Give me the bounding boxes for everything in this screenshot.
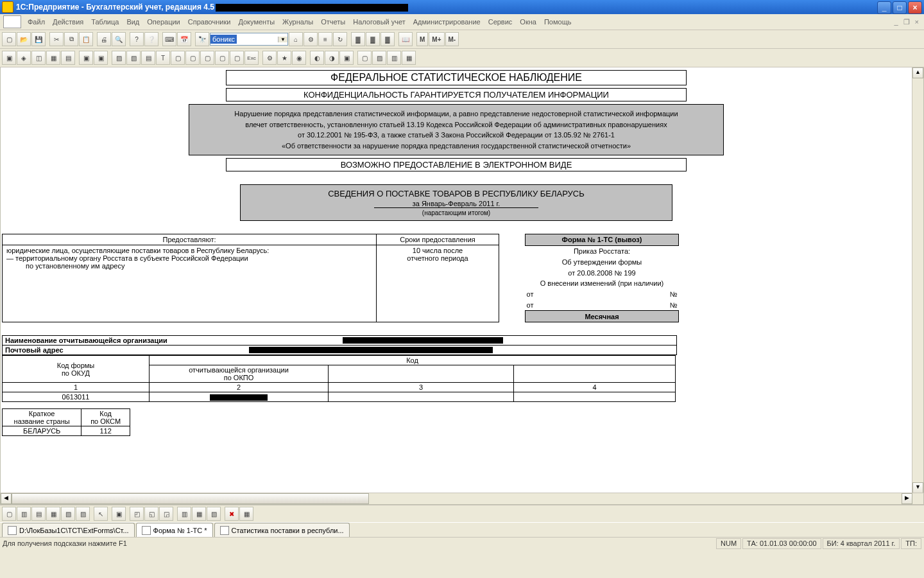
list-icon[interactable]: ≡ [318,32,332,46]
tab-extforms[interactable]: D:\ЛокБазы1С\ТСТ\ExtForms\Ст... [2,523,135,537]
tb2-icon-9[interactable]: ▧ [126,51,141,65]
tb2-icon-11[interactable]: T [156,51,170,65]
scroll-left-icon[interactable]: ◀ [1,493,12,504]
fmt-icon-2[interactable]: ▥ [17,507,31,521]
save-icon[interactable]: 💾 [31,32,46,46]
tab-stat[interactable]: Статистика поставки в республи... [214,523,350,537]
preview-icon[interactable]: 🔍 [112,32,126,46]
help-icon[interactable]: ? [130,32,144,46]
menu-admin[interactable]: Администрирование [409,17,484,27]
tb2-icon-4[interactable]: ▦ [46,51,60,65]
tb2-icon-6[interactable]: ▣ [79,51,93,65]
tb2-icon-15[interactable]: ▢ [215,51,229,65]
tb2-icon-10[interactable]: ▤ [141,51,155,65]
menu-actions[interactable]: Действия [49,17,87,27]
tree-icon[interactable]: ⚙ [304,32,318,46]
tb2-icon-19[interactable]: ◉ [292,51,306,65]
tb2-icon-21[interactable]: ◑ [325,51,339,65]
tb2-icon-22[interactable]: ▣ [339,51,354,65]
tb2-icon-16[interactable]: ▢ [230,51,244,65]
tb2-icon-17[interactable]: ⚙ [262,51,277,65]
menu-windows[interactable]: Окна [516,17,540,27]
chart2-icon[interactable]: ▓ [366,32,380,46]
mdi-restore[interactable]: ❐ [902,18,912,26]
fmt-icon-1[interactable]: ▢ [2,507,16,521]
tb2-icon-3[interactable]: ◫ [31,51,46,65]
memory-m-button[interactable]: М [416,32,428,46]
fmt-icon-3[interactable]: ▤ [31,507,46,521]
memory-mplus-button[interactable]: М+ [429,32,444,46]
fmt-icon-10[interactable]: ◲ [159,507,173,521]
scroll-thumb[interactable] [12,493,369,504]
tb2-icon-13[interactable]: ▢ [185,51,200,65]
tb2-icon-14[interactable]: ▢ [200,51,214,65]
home-icon[interactable]: ⌂ [289,32,303,46]
fmt-icon-15[interactable]: ▦ [239,507,253,521]
tb2-icon-5[interactable]: ▤ [61,51,75,65]
menu-service[interactable]: Сервис [484,17,517,27]
tb2-icon-2[interactable]: ◈ [17,51,31,65]
fmt-icon-6[interactable]: ▨ [76,507,90,521]
book-icon[interactable]: 📖 [398,32,413,46]
chart-icon[interactable]: ▓ [351,32,365,46]
tab-form1ts[interactable]: Форма № 1-ТС * [136,523,213,537]
menu-help[interactable]: Помощь [540,17,576,27]
scroll-down-icon[interactable]: ▼ [912,482,923,493]
maximize-button[interactable]: □ [893,1,907,14]
open-icon[interactable]: 📂 [17,32,31,46]
calc-icon[interactable]: ⌨ [162,32,176,46]
tb2-icon-18[interactable]: ★ [277,51,291,65]
scroll-up-icon[interactable]: ▲ [912,67,923,78]
horizontal-scrollbar[interactable]: ◀ ▶ [1,493,923,504]
minimize-button[interactable]: _ [877,1,891,14]
new-icon[interactable]: ▢ [2,32,16,46]
fmt-icon-12[interactable]: ▦ [192,507,206,521]
fmt-icon-9[interactable]: ◱ [144,507,158,521]
fmt-icon-7[interactable]: ▣ [112,507,126,521]
tb2-icon-7[interactable]: ▣ [94,51,108,65]
chart3-icon[interactable]: ▓ [381,32,395,46]
fmt-icon-11[interactable]: ▥ [177,507,191,521]
calendar-icon[interactable]: 📅 [177,32,191,46]
vertical-scrollbar[interactable]: ▲ ▼ [912,67,923,493]
menu-journals[interactable]: Журналы [278,17,317,27]
search-dropdown-icon[interactable]: ▼ [278,37,287,42]
print-icon[interactable]: 🖨 [97,32,111,46]
tb2-icon-8[interactable]: ▨ [112,51,126,65]
menu-view[interactable]: Вид [123,17,143,27]
fmt-icon-5[interactable]: ▧ [61,507,75,521]
search-input[interactable]: боникс ▼ [210,33,288,46]
close-button[interactable]: × [908,1,922,14]
tb2-icon-1[interactable]: ▣ [2,51,16,65]
menu-operations[interactable]: Операции [143,17,184,27]
menu-table[interactable]: Таблица [87,17,123,27]
fmt-icon-4[interactable]: ▦ [46,507,60,521]
mdi-close[interactable]: × [913,18,921,26]
tb2-icon-20[interactable]: ◐ [310,51,324,65]
menu-tax[interactable]: Налоговый учет [349,17,409,27]
scroll-right-icon[interactable]: ▶ [902,493,912,504]
fmt-icon-14[interactable]: ✖ [225,507,239,521]
paste-icon[interactable]: 📋 [79,32,93,46]
tb2-icon-26[interactable]: ▦ [402,51,416,65]
tb2-icon-exc[interactable]: Exc [244,51,259,65]
menu-documents[interactable]: Документы [234,17,278,27]
tb2-icon-24[interactable]: ▨ [372,51,386,65]
tb2-icon-25[interactable]: ▥ [387,51,401,65]
menu-catalogs[interactable]: Справочники [184,17,235,27]
menu-file[interactable]: Файл [24,17,49,27]
binoculars-icon[interactable]: 🔭 [195,32,209,46]
refresh-icon[interactable]: ↻ [333,32,347,46]
fmt-icon-13[interactable]: ▧ [207,507,221,521]
memory-mminus-button[interactable]: М- [445,32,459,46]
period-value: за Январь-Февраль 2011 г. [374,200,539,208]
tip-icon[interactable]: ❔ [144,32,158,46]
menu-reports[interactable]: Отчеты [317,17,349,27]
cut-icon[interactable]: ✂ [49,32,64,46]
copy-icon[interactable]: ⧉ [64,32,78,46]
tb2-icon-23[interactable]: ▢ [357,51,372,65]
fmt-icon-8[interactable]: ◰ [130,507,144,521]
tb2-icon-12[interactable]: ▢ [171,51,185,65]
pointer-icon[interactable]: ↖ [94,507,108,521]
mdi-minimize[interactable]: _ [892,18,900,26]
